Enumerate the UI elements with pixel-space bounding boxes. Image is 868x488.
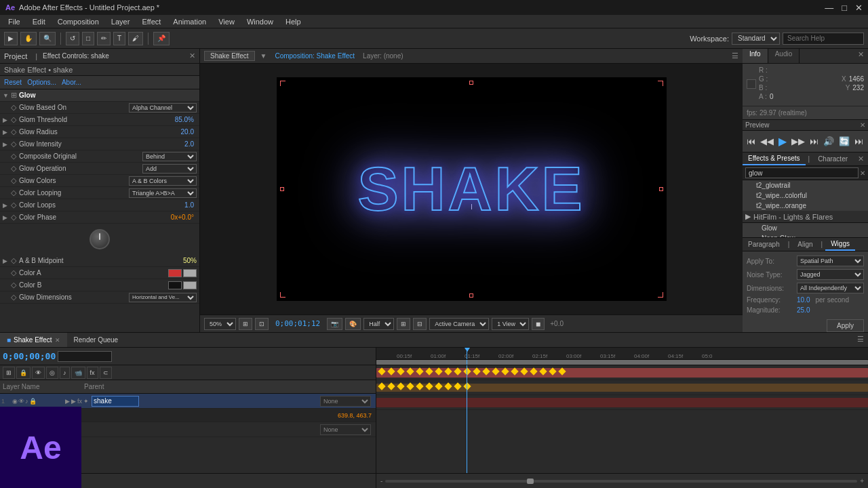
kf-5[interactable] [416,367,423,375]
glow-threshold-value[interactable]: 85.0% [175,116,194,123]
step-back-btn[interactable]: ◀◀ [759,135,775,148]
new-comp-btn[interactable]: ⊞ [3,367,15,379]
layer-1-solo-icon[interactable]: ◉ [12,398,18,405]
close-btn[interactable]: ✕ [855,3,863,13]
paragraph-tab[interactable]: Paragraph [743,239,785,250]
puppet-tool[interactable]: 📌 [153,32,170,45]
color-a-swatch[interactable] [168,269,182,277]
menu-file[interactable]: File [3,16,26,27]
layer-2-parent-select[interactable]: None [320,424,371,435]
pixel-btn[interactable]: ⊡ [255,318,269,330]
timeline-menu-btn[interactable]: ☰ [853,333,868,347]
magnitude-value[interactable]: 25.0 [797,306,810,314]
render-queue-tab[interactable]: Render Queue [67,333,125,347]
apply-btn[interactable]: Apply [827,319,864,332]
hand-tool[interactable]: ✋ [20,32,37,45]
position-value[interactable]: 639.8, 463.7 [338,412,372,419]
pos-kf-1[interactable] [378,382,385,390]
color-phase-knob[interactable] [90,229,110,249]
timecode-display[interactable]: 0;00;00;00 [3,351,56,361]
effects-presets-tab[interactable]: Effects & Presets [743,152,806,165]
kf-3[interactable] [397,367,404,375]
solo-btn[interactable]: ◎ [46,367,58,379]
zoom-select[interactable]: 50% [204,318,236,330]
character-tab[interactable]: Character [812,153,853,165]
effect-item-glowtrail[interactable]: t2_glowtrail [743,180,868,190]
search-help-input[interactable] [783,33,864,45]
grid-btn[interactable]: ⊞ [397,318,410,330]
effects-panel-close[interactable]: ✕ [854,153,868,165]
kf-13[interactable] [492,367,499,375]
color-picker-btn[interactable]: 🎨 [345,318,361,330]
kf-19[interactable] [549,367,556,375]
layer-1-name-input[interactable] [92,396,139,407]
apply-to-select[interactable]: Spatial Path [797,256,864,266]
step-forward-btn[interactable]: ▶▶ [790,135,806,148]
dimensions-select[interactable]: All Independently [797,283,864,293]
audio-tab[interactable]: Audio [768,49,800,63]
menu-composition[interactable]: Composition [52,16,104,27]
maximize-btn[interactable]: □ [842,3,847,13]
project-tab[interactable]: Project [4,52,27,60]
camera-btn[interactable]: 📷 [327,318,342,330]
color-b-swatch2[interactable] [183,281,197,289]
glow-colors-select[interactable]: A & B Colors [129,176,197,186]
preview-close-btn[interactable]: ✕ [860,121,865,129]
quality-select[interactable]: Half [363,318,394,330]
kf-4[interactable] [406,367,414,375]
color-looping-select[interactable]: Triangle A>B>A [129,188,197,198]
fx-btn[interactable]: fx [87,367,98,379]
zoom-out-btn[interactable]: - [380,477,382,485]
hide-btn[interactable]: 👁 [32,367,45,379]
motion-blur-btn[interactable]: ⊂ [100,367,112,379]
workspace-select[interactable]: Standard [732,33,780,45]
pen-tool[interactable]: ✏ [97,32,111,45]
loop-btn[interactable]: 🔄 [837,135,851,148]
pos-kf-2[interactable] [387,382,395,390]
kf-9[interactable] [454,367,461,375]
hitfilm-lights-group[interactable]: ▶ HitFilm - Lights & Flares [743,211,868,223]
glow-intensity-value[interactable]: 2.0 [184,140,194,148]
shake-timeline-close-btn[interactable]: ✕ [55,337,60,344]
effects-search-clear[interactable]: ✕ [860,169,865,177]
kf-8[interactable] [444,367,452,375]
pos-kf-7[interactable] [435,382,442,390]
color-loops-value[interactable]: 1.0 [184,201,194,209]
glow-operation-select[interactable]: Add [142,164,197,174]
shake-effect-timeline-tab[interactable]: ■ Shake Effect ✕ [0,333,67,347]
menu-layer[interactable]: Layer [106,16,136,27]
align-tab[interactable]: Align [792,239,818,250]
pos-kf-10[interactable] [463,382,471,390]
effect-item-wipe-colorful[interactable]: t2_wipe...colorful [743,190,868,201]
layer-1-audio-icon[interactable]: ♪ [25,398,28,405]
skip-to-end-btn[interactable]: ⏭ [808,135,820,148]
layer-1-parent-select[interactable]: None [320,396,371,407]
video-btn[interactable]: 📹 [71,367,85,379]
kf-6[interactable] [425,367,433,375]
work-area-range[interactable] [376,360,868,365]
menu-effect[interactable]: Effect [136,16,166,27]
comp-panel-menu[interactable]: ☰ [732,52,738,60]
kf-11[interactable] [473,367,480,375]
menu-view[interactable]: View [213,16,240,27]
frame-btn[interactable]: ⊞ [239,318,252,330]
layer-1-lock-icon[interactable]: 🔒 [29,398,37,405]
glow-dimensions-select[interactable]: Horizontal and Ve... [129,293,197,302]
skip-to-start-btn[interactable]: ⏮ [745,135,757,148]
audio-track-btn[interactable]: ♪ [60,367,70,379]
color-b-swatch[interactable] [168,281,182,289]
panel-close-btn[interactable]: ✕ [189,52,195,60]
ab-midpoint-value[interactable]: 50% [183,257,197,264]
render-btn[interactable]: ◼ [532,318,545,330]
effect-item-wipe-orange[interactable]: t2_wipe...orange [743,201,868,211]
layer-1-expand-icon[interactable]: ▶ [71,398,76,405]
glow-based-on-select[interactable]: Alpha Channel [129,103,197,113]
zoom-handle[interactable] [527,479,534,484]
frequency-value[interactable]: 10.0 [797,296,810,304]
rotate-tool[interactable]: ↺ [66,32,79,45]
composite-original-select[interactable]: Behind [142,152,197,161]
about-btn[interactable]: Abor... [62,79,81,86]
effect-item-glow[interactable]: Glow [743,223,868,233]
kf-20[interactable] [558,367,566,375]
options-btn[interactable]: Options... [27,79,56,86]
